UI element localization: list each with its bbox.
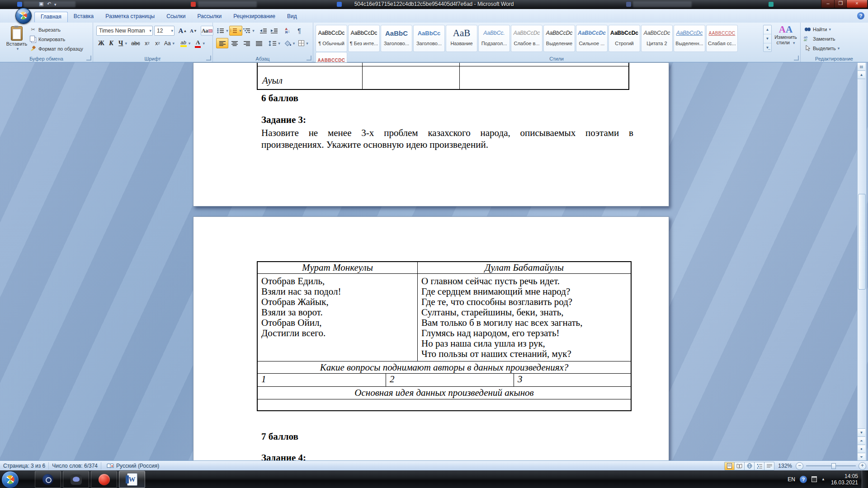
- scroll-up-icon[interactable]: ▲: [858, 71, 865, 79]
- styles-more-icon[interactable]: ▼̲: [764, 43, 771, 52]
- poem-cell-dulat[interactable]: О главном сейчас пусть речь идет. Где се…: [417, 274, 631, 361]
- view-reading-icon[interactable]: [735, 462, 745, 470]
- document-page-2[interactable]: Мурат Монкеулы Дулат Бабатайулы Отобрав …: [193, 216, 669, 460]
- format-painter-button[interactable]: Формат по образцу: [28, 44, 91, 53]
- strikethrough-button[interactable]: abc: [129, 38, 142, 48]
- language-indicator[interactable]: Русский (Россия): [116, 463, 159, 469]
- office-button[interactable]: [15, 8, 32, 24]
- table-header-cell[interactable]: Мурат Монкеулы: [258, 262, 417, 273]
- language-switcher[interactable]: EN: [788, 476, 795, 483]
- borders-button[interactable]: ▾: [297, 38, 310, 48]
- italic-button[interactable]: К: [106, 38, 116, 48]
- help-button[interactable]: ?: [857, 12, 864, 19]
- font-dialog-launcher-icon[interactable]: [206, 56, 211, 61]
- subscript-button[interactable]: x2: [142, 38, 152, 48]
- number-cell[interactable]: 1: [258, 374, 386, 386]
- previous-page-icon[interactable]: ⏶: [858, 437, 865, 445]
- word-count[interactable]: Число слов: 6/374: [52, 463, 98, 469]
- question-row[interactable]: Какие вопросы поднимают авторы в данных …: [258, 361, 631, 374]
- line-spacing-button[interactable]: ▾: [267, 38, 282, 48]
- taskbar-steam-button[interactable]: [35, 471, 61, 488]
- clipboard-dialog-launcher-icon[interactable]: [86, 56, 91, 61]
- bullets-button[interactable]: ▾: [216, 26, 229, 36]
- select-button[interactable]: Выделить ▾: [801, 43, 867, 53]
- tab-mailings[interactable]: Рассылки: [191, 10, 227, 22]
- style-emphasis[interactable]: AaBbCcDcВыделение: [543, 25, 575, 52]
- style-strong[interactable]: AaBbCcDcСтрогий: [609, 25, 640, 52]
- text-highlight-button[interactable]: ab ▾: [178, 38, 193, 48]
- tab-page-layout[interactable]: Разметка страницы: [99, 10, 160, 22]
- underline-button[interactable]: Ч ▾: [116, 38, 129, 48]
- zoom-slider-handle[interactable]: [831, 463, 836, 469]
- quick-access-save-icon[interactable]: ▣: [39, 1, 43, 7]
- taskbar-browser-button[interactable]: [91, 471, 117, 488]
- change-styles-button[interactable]: AA Изменитьстили ▾: [774, 24, 797, 46]
- poem-cell-murat[interactable]: Отобрав Едиль, Взяли нас за подол! Отобр…: [258, 274, 417, 361]
- empty-row[interactable]: [258, 399, 631, 410]
- align-left-button[interactable]: [216, 38, 228, 48]
- table-cell-auyl[interactable]: Ауыл: [262, 75, 283, 86]
- cut-button[interactable]: ✂ Вырезать: [28, 25, 91, 34]
- clear-formatting-button[interactable]: Aa: [201, 26, 213, 36]
- browse-object-icon[interactable]: ●: [858, 445, 865, 453]
- show-hidden-icons[interactable]: ▲: [821, 477, 825, 481]
- style-normal[interactable]: AaBbCcDc¶ Обычный: [316, 25, 347, 52]
- tab-references[interactable]: Ссылки: [160, 10, 191, 22]
- justify-button[interactable]: [253, 38, 265, 48]
- font-color-button[interactable]: A ▾: [193, 38, 207, 48]
- increase-indent-button[interactable]: [269, 26, 279, 36]
- start-button[interactable]: [1, 471, 19, 488]
- grow-font-button[interactable]: A▲: [177, 26, 188, 36]
- find-button[interactable]: Найти ▾: [801, 24, 867, 34]
- style-quote2[interactable]: AaBbCcDcЦитата 2: [641, 25, 673, 52]
- idea-row[interactable]: Основная идея данных произведений акынов: [258, 387, 631, 399]
- proofing-book-icon[interactable]: [107, 463, 114, 469]
- tab-review[interactable]: Рецензирование: [227, 10, 281, 22]
- page-indicator[interactable]: Страница: 3 из 6: [3, 463, 45, 469]
- view-print-layout-icon[interactable]: [724, 462, 735, 470]
- copy-button[interactable]: Копировать: [28, 34, 91, 44]
- font-size-select[interactable]: 12 ▾: [154, 26, 175, 36]
- styles-scroll-down-icon[interactable]: ▼: [764, 34, 771, 43]
- minimize-button[interactable]: –: [821, 0, 835, 8]
- style-intense-emphasis[interactable]: AaBbCcDcСильное ...: [576, 25, 608, 52]
- paste-button[interactable]: Вставить ▾: [5, 25, 28, 56]
- tab-home[interactable]: Главная: [34, 12, 68, 22]
- shrink-font-button[interactable]: A▼: [188, 26, 199, 36]
- numbering-button[interactable]: 12 ▾: [229, 26, 242, 36]
- zoom-out-icon[interactable]: −: [796, 462, 803, 470]
- quick-access-undo-icon[interactable]: ↶: [47, 1, 51, 7]
- zoom-in-icon[interactable]: +: [859, 462, 866, 470]
- poems-table[interactable]: Мурат Монкеулы Дулат Бабатайулы Отобрав …: [257, 261, 632, 411]
- style-subtitle[interactable]: AaBbCc.Подзагол...: [478, 25, 510, 52]
- view-outline-icon[interactable]: [755, 462, 764, 470]
- zoom-level[interactable]: 132%: [778, 463, 792, 469]
- style-intense-quote[interactable]: AaBbCcDcВыделенн...: [674, 25, 705, 52]
- scroll-down-icon[interactable]: ▼: [858, 428, 865, 437]
- tray-window-icon[interactable]: [811, 476, 817, 482]
- multilevel-list-button[interactable]: ▾: [242, 26, 255, 36]
- sort-button[interactable]: АЯ ↓: [282, 26, 293, 36]
- show-marks-button[interactable]: ¶: [293, 26, 305, 36]
- style-heading2[interactable]: AaBbCcЗаголово...: [413, 25, 445, 52]
- zoom-slider[interactable]: [806, 465, 856, 466]
- decrease-indent-button[interactable]: [258, 26, 269, 36]
- styles-scroll-up-icon[interactable]: ▲: [764, 25, 771, 34]
- bold-button[interactable]: Ж: [96, 38, 106, 48]
- taskbar-discord-button[interactable]: [63, 471, 89, 488]
- view-web-icon[interactable]: [745, 462, 755, 470]
- number-cell[interactable]: 2: [386, 374, 514, 386]
- show-desktop-button[interactable]: [862, 470, 868, 488]
- tray-clock[interactable]: 14:05 16.03.2021: [831, 473, 858, 486]
- document-area[interactable]: Ауыл 6 баллов Задание 3: Назовите не мен…: [0, 62, 868, 460]
- style-subtle-emphasis[interactable]: AaBbCcDcСлабое в...: [511, 25, 542, 52]
- paragraph-dialog-launcher-icon[interactable]: [307, 56, 311, 61]
- tab-insert[interactable]: Вставка: [68, 10, 100, 22]
- align-right-button[interactable]: [241, 38, 253, 48]
- font-name-select[interactable]: Times New Roman ▾: [96, 26, 153, 36]
- maximize-button[interactable]: ❒: [834, 0, 847, 8]
- paste-dropdown-icon[interactable]: ▾: [8, 47, 28, 51]
- tray-help-icon[interactable]: ?: [800, 476, 807, 483]
- shading-button[interactable]: ▾: [283, 38, 297, 48]
- superscript-button[interactable]: x2: [152, 38, 163, 48]
